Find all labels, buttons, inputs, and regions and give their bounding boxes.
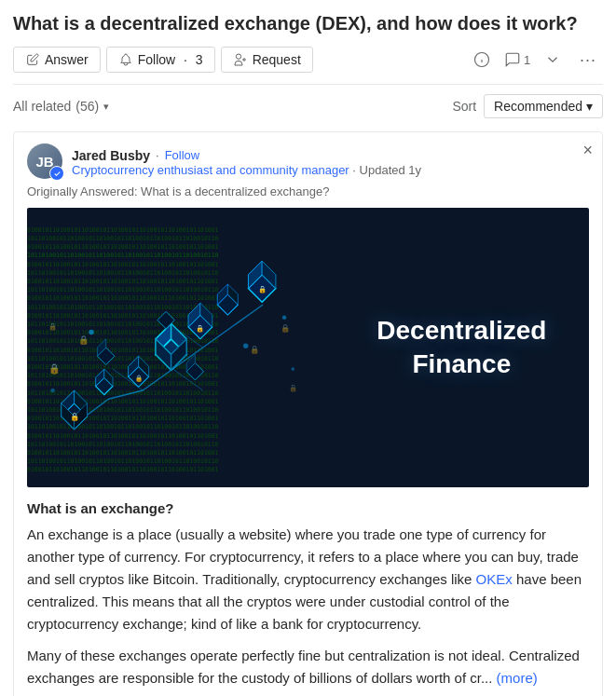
defi-text-side: Decentralized Finance — [353, 314, 589, 382]
defi-title: Decentralized Finance — [376, 314, 546, 382]
downvote-button[interactable] — [538, 45, 568, 75]
svg-line-37 — [233, 305, 263, 326]
svg-text:101101001011010010110100101101: 1011010010110100101101001011010010110100… — [27, 457, 219, 465]
avatar-container: JB — [27, 143, 64, 181]
more-link[interactable]: (more) — [497, 670, 538, 686]
svg-text:010010110100101101001011010010: 0100101101001011010010110100101101001011… — [27, 449, 219, 457]
section-heading: What is an exchange? — [27, 500, 589, 516]
svg-text:010010110100101101001011010010: 0100101101001011010010110100101101001011… — [27, 466, 219, 473]
updated-time: · Updated 1y — [352, 163, 421, 177]
svg-text:🔒: 🔒 — [281, 323, 291, 334]
comment-icon — [504, 51, 521, 68]
request-button[interactable]: Request — [221, 47, 313, 73]
edit-icon — [25, 52, 40, 67]
close-button[interactable]: × — [582, 142, 593, 158]
svg-text:101101001011010010110100101101: 1011010010110100101101001011010010110100… — [27, 406, 219, 414]
defi-visual: 0100101101001011010010110100101101001011… — [27, 208, 589, 487]
comment-count: 1 — [524, 53, 530, 67]
svg-point-82 — [89, 330, 94, 335]
svg-text:101101001011010010110100101101: 1011010010110100101101001011010010110100… — [27, 286, 219, 293]
comment-button[interactable]: 1 — [502, 45, 532, 75]
svg-text:🔒: 🔒 — [70, 412, 80, 422]
svg-text:010010110100101101001011010010: 0100101101001011010010110100101101001011… — [27, 380, 219, 388]
question-title: What is a decentralized exchange (DEX), … — [13, 11, 603, 35]
all-related-label: All related — [13, 99, 71, 114]
svg-text:🔒: 🔒 — [78, 334, 89, 346]
credential-link[interactable]: Cryptocurrency enthusiast and community … — [72, 163, 349, 177]
svg-text:101101001011010010110100101101: 1011010010110100101101001011010010110100… — [27, 304, 219, 311]
svg-text:010010110100101101001011010010: 0100101101001011010010110100101101001011… — [27, 415, 219, 422]
svg-point-85 — [50, 389, 55, 393]
author-credential: Cryptocurrency enthusiast and community … — [72, 163, 589, 177]
svg-text:101101001011010010110100101101: 1011010010110100101101001011010010110100… — [27, 441, 219, 448]
downvote-icon — [544, 51, 561, 68]
svg-text:101101001011010010110100101101: 1011010010110100101101001011010010110100… — [27, 235, 219, 242]
svg-point-84 — [282, 315, 287, 320]
sort-section: Sort Recommended ▾ — [452, 94, 603, 118]
svg-text:010010110100101101001011010010: 0100101101001011010010110100101101001011… — [27, 243, 219, 251]
credential-badge — [49, 166, 64, 181]
svg-text:101101001011010010110100101101: 1011010010110100101101001011010010110100… — [27, 337, 219, 345]
follow-icon — [118, 52, 133, 67]
blockchain-graphic: 0100101101001011010010110100101101001011… — [27, 208, 353, 487]
svg-text:010010110100101101001011010010: 0100101101001011010010110100101101001011… — [27, 432, 219, 440]
sort-label: Sort — [452, 99, 476, 114]
svg-text:010010110100101101001011010010: 0100101101001011010010110100101101001011… — [27, 294, 219, 302]
all-related-count: (56) — [75, 99, 99, 114]
sort-chevron-icon: ▾ — [586, 99, 593, 114]
svg-text:010010110100101101001011010010: 0100101101001011010010110100101101001011… — [27, 261, 219, 268]
svg-text:010010110100101101001011010010: 0100101101001011010010110100101101001011… — [27, 398, 219, 405]
info-icon — [473, 51, 490, 68]
svg-text:🔒: 🔒 — [48, 362, 61, 375]
svg-text:010010110100101101001011010010: 0100101101001011010010110100101101001011… — [27, 347, 219, 354]
okex-link[interactable]: OKEx — [476, 571, 513, 587]
svg-text:🔒: 🔒 — [135, 375, 144, 382]
svg-text:🔒: 🔒 — [258, 285, 267, 293]
meta-bar: All related (56) ▾ Sort Recommended ▾ — [13, 94, 603, 118]
answer-paragraph-1: An exchange is a place (usually a websit… — [27, 524, 589, 635]
svg-text:101101001011010010110100101101: 1011010010110100101101001011010010110100… — [27, 252, 219, 259]
more-options-button[interactable]: ··· — [573, 45, 603, 75]
originally-answered: Originally Answered: What is a decentral… — [27, 184, 589, 198]
follow-author-link[interactable]: Follow — [165, 148, 200, 162]
info-button[interactable] — [467, 45, 497, 75]
answer-image: 0100101101001011010010110100101101001011… — [27, 208, 589, 487]
svg-text:🔒: 🔒 — [48, 322, 58, 331]
author-row: JB Jared Busby · Follow Cryptocurrency e… — [27, 143, 589, 181]
author-name: Jared Busby — [72, 148, 150, 163]
sort-selected-value: Recommended — [494, 99, 582, 114]
answer-paragraph-2: Many of these exchanges operate perfectl… — [27, 645, 589, 689]
follow-button[interactable]: Follow · 3 — [106, 47, 215, 73]
dot-separator: · — [156, 148, 159, 162]
svg-text:🔒: 🔒 — [250, 345, 260, 355]
svg-text:010010110100101101001011010010: 0100101101001011010010110100101101001011… — [27, 278, 219, 285]
all-related-chevron-icon: ▾ — [103, 101, 109, 113]
svg-text:🔒: 🔒 — [289, 384, 298, 392]
answer-card: × JB Jared Busby · Follow Cryptocurrency… — [13, 131, 603, 696]
all-related-filter[interactable]: All related (56) ▾ — [13, 99, 109, 114]
svg-point-86 — [291, 367, 294, 371]
answer-button[interactable]: Answer — [13, 47, 101, 73]
svg-text:101101001011010010110100101101: 1011010010110100101101001011010010110100… — [27, 269, 219, 277]
svg-text:🔒: 🔒 — [196, 324, 205, 333]
svg-text:101101001011010010110100101101: 1011010010110100101101001011010010110100… — [27, 423, 219, 430]
ellipsis-icon: ··· — [580, 50, 596, 70]
action-bar: Answer Follow · 3 Request — [13, 45, 603, 85]
request-icon — [233, 52, 248, 67]
sort-dropdown[interactable]: Recommended ▾ — [484, 94, 603, 118]
svg-text:010010110100101101001011010010: 0100101101001011010010110100101101001011… — [27, 226, 219, 234]
svg-point-83 — [243, 343, 249, 348]
author-info: Jared Busby · Follow Cryptocurrency enth… — [72, 148, 589, 177]
